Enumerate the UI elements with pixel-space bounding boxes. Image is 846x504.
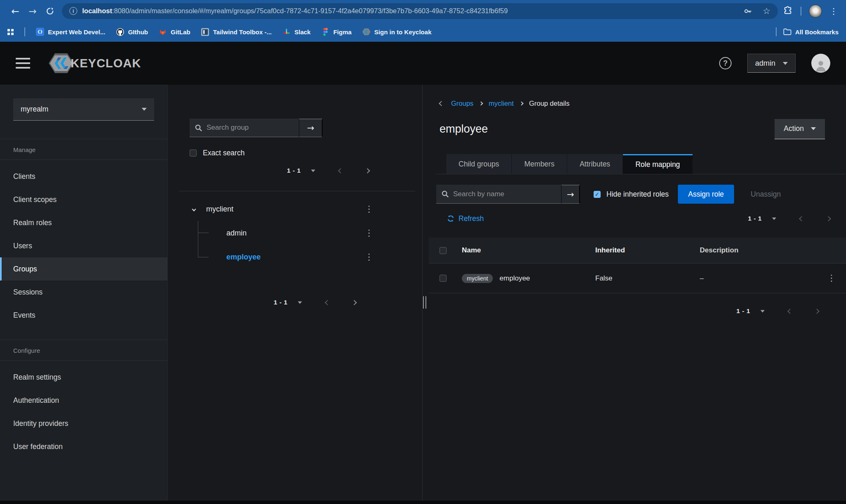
browser-menu-icon[interactable]: ⋮	[829, 6, 838, 16]
keycloak-brand[interactable]: KEYCLOAK	[48, 52, 141, 74]
row-checkbox[interactable]	[440, 275, 447, 282]
sidebar-item-client-scopes[interactable]: Client scopes	[0, 188, 167, 211]
sidebar-item-clients[interactable]: Clients	[0, 165, 167, 188]
search-group-input[interactable]: Search group	[190, 119, 299, 137]
panel-splitter[interactable]	[422, 85, 426, 501]
bookmark-label: Sign in to Keycloak	[374, 29, 431, 36]
breadcrumb-groups-link[interactable]: Groups	[451, 100, 473, 107]
bookmark-keycloak[interactable]: Sign in to Keycloak	[362, 28, 431, 36]
password-key-icon[interactable]	[743, 6, 753, 16]
select-all-checkbox[interactable]	[440, 247, 447, 254]
splitter-grip-icon[interactable]	[423, 296, 426, 309]
tree-divider	[179, 191, 415, 191]
bookmarks-separator	[24, 27, 25, 36]
tab-attributes[interactable]: Attributes	[567, 154, 623, 174]
client-badge: myclient	[462, 274, 493, 283]
hide-inherited-roles-label[interactable]: Hide inherited roles	[606, 190, 669, 199]
screen: ← → i localhost:8080/admin/master/consol…	[0, 0, 846, 504]
section-title-manage: Manage	[0, 139, 167, 160]
breadcrumb: Groups myclient Group details	[440, 99, 846, 108]
avatar[interactable]	[811, 54, 830, 73]
previous-page-icon[interactable]	[799, 216, 804, 221]
pagination-options-icon[interactable]	[298, 301, 302, 304]
breadcrumb-back-icon[interactable]	[439, 101, 444, 106]
chevron-down-icon	[811, 127, 816, 130]
search-by-name-submit-button[interactable]: →	[561, 185, 580, 204]
bookmark-expert-web[interactable]: Expert Web Devel...	[36, 28, 105, 36]
search-group-submit-button[interactable]: →	[299, 119, 323, 137]
back-icon[interactable]: ←	[7, 3, 24, 19]
tree-connector-employee	[198, 257, 209, 257]
browser-profile-avatar[interactable]	[809, 5, 822, 18]
kebab-menu-icon[interactable]: ⋮	[827, 274, 836, 283]
group-details-panel: Groups myclient Group details employee A…	[426, 85, 846, 501]
next-page-icon[interactable]	[826, 216, 831, 221]
expand-chevron-icon[interactable]	[192, 207, 196, 211]
realm-selector[interactable]: myrealm	[13, 98, 154, 121]
refresh-button[interactable]: Refresh	[447, 214, 484, 223]
github-icon	[116, 28, 124, 36]
search-by-name-input[interactable]: Search by name	[436, 185, 561, 204]
breadcrumb-separator-icon	[519, 101, 523, 105]
site-info-icon[interactable]: i	[69, 7, 77, 15]
sidebar-item-realm-roles[interactable]: Realm roles	[0, 211, 167, 234]
assign-role-button[interactable]: Assign role	[678, 185, 734, 204]
bookmark-github[interactable]: GIthub	[116, 28, 148, 36]
unassign-button[interactable]: Unassign	[751, 190, 781, 199]
sidebar-item-users[interactable]: Users	[0, 234, 167, 257]
previous-page-icon[interactable]	[338, 168, 343, 174]
tab-members[interactable]: Members	[512, 154, 567, 174]
sidebar-item-identity-providers[interactable]: Identity providers	[0, 412, 167, 435]
bookmark-label: Slack	[295, 29, 311, 36]
bookmark-gitlab[interactable]: GitLab	[159, 28, 190, 36]
previous-page-icon[interactable]	[787, 309, 793, 314]
exact-search-checkbox[interactable]	[190, 150, 197, 157]
sidebar-item-authentication[interactable]: Authentication	[0, 389, 167, 412]
sidebar-item-realm-settings[interactable]: Realm settings	[0, 366, 167, 389]
pagination-options-icon[interactable]	[760, 310, 765, 312]
extensions-icon[interactable]	[783, 6, 793, 16]
sidebar-item-events[interactable]: Events	[0, 304, 167, 327]
next-page-icon[interactable]	[365, 168, 370, 174]
bookmark-figma[interactable]: Figma	[321, 28, 352, 36]
role-search-row: Search by name →	[436, 185, 580, 204]
tab-role-mapping[interactable]: Role mapping	[623, 154, 693, 174]
sidebar-item-groups[interactable]: Groups	[0, 257, 167, 281]
hide-inherited-roles-checkbox[interactable]: ✓	[594, 191, 601, 198]
user-name: admin	[755, 59, 775, 68]
address-bar[interactable]: i localhost:8080/admin/master/console/#/…	[62, 3, 778, 19]
pagination-range: 1 - 1	[287, 167, 301, 174]
kebab-menu-icon[interactable]: ⋮	[365, 205, 373, 214]
user-dropdown[interactable]: admin	[747, 54, 796, 73]
roles-table: Name Inherited Description myclient empl…	[429, 238, 846, 293]
tab-child-groups[interactable]: Child groups	[446, 154, 512, 174]
tree-item-admin[interactable]: admin ⋮	[168, 221, 422, 245]
reload-icon[interactable]	[41, 3, 59, 19]
all-bookmarks-button[interactable]: All Bookmarks	[783, 28, 839, 36]
url-text[interactable]: localhost:8080/admin/master/console/#/my…	[82, 7, 508, 15]
all-bookmarks-label: All Bookmarks	[795, 29, 839, 36]
next-page-icon[interactable]	[814, 309, 820, 314]
bookmark-slack[interactable]: Slack	[283, 28, 311, 36]
previous-page-icon[interactable]	[325, 300, 330, 305]
pagination-options-icon[interactable]	[772, 217, 776, 220]
action-dropdown-button[interactable]: Action	[775, 119, 825, 139]
sidebar-item-user-federation[interactable]: User federation	[0, 435, 167, 458]
forward-icon[interactable]: →	[24, 3, 41, 19]
slack-icon	[283, 28, 291, 36]
sidebar: myrealm Manage Clients Client scopes Rea…	[0, 85, 167, 501]
pagination-options-icon[interactable]	[311, 169, 315, 172]
sidebar-item-sessions[interactable]: Sessions	[0, 281, 167, 304]
apps-grid-icon[interactable]	[7, 29, 14, 35]
masthead-actions: ? admin	[719, 54, 830, 73]
kebab-menu-icon[interactable]: ⋮	[365, 253, 373, 262]
help-icon[interactable]: ?	[719, 57, 732, 69]
kebab-menu-icon[interactable]: ⋮	[365, 229, 373, 238]
bookmark-tailwind-toolbox[interactable]: Tailwind Toolbox -...	[201, 28, 272, 36]
bookmark-star-icon[interactable]: ☆	[763, 6, 770, 16]
tree-item-myclient[interactable]: myclient ⋮	[168, 197, 422, 221]
browser-actions: ⋮	[783, 5, 839, 18]
nav-toggle-hamburger-icon[interactable]	[16, 58, 30, 69]
next-page-icon[interactable]	[352, 300, 357, 305]
breadcrumb-myclient-link[interactable]: myclient	[489, 100, 514, 107]
